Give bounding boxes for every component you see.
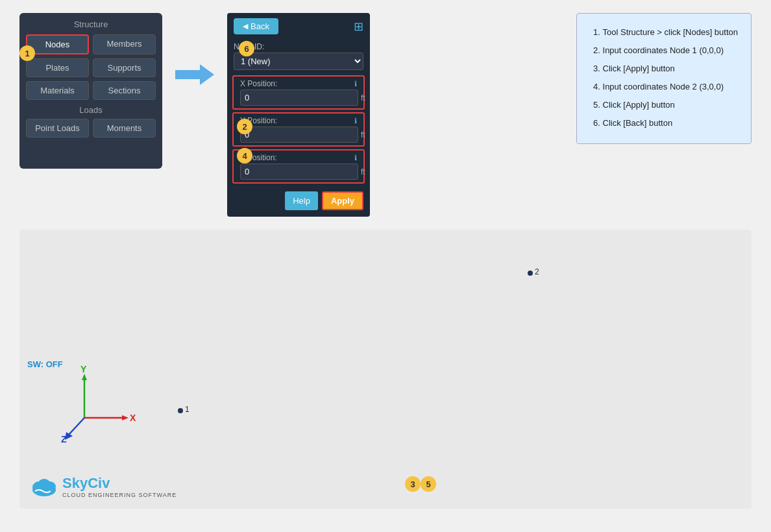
right-arrow xyxy=(175,65,214,84)
node-1-dot xyxy=(178,408,183,413)
svg-point-12 xyxy=(38,479,51,490)
node-id-select[interactable]: 1 (New) xyxy=(234,53,363,70)
z-input-row: ft xyxy=(240,163,357,180)
instruction-item: Input coordinates Node 1 (0,0,0) xyxy=(603,42,738,59)
help-button[interactable]: Help xyxy=(285,191,318,210)
z-position-input[interactable] xyxy=(240,163,358,180)
step-circle-1: 1 xyxy=(19,45,35,61)
node-panel-header: Back ⊞ xyxy=(227,13,370,40)
x-info-icon: ℹ xyxy=(354,80,357,88)
node-panel-footer: Help Apply xyxy=(227,186,370,210)
svg-text:Z: Z xyxy=(61,434,67,444)
skyciv-name-sky: Sky xyxy=(62,475,88,491)
structure-buttons: Nodes Members Plates Supports Materials … xyxy=(26,34,156,100)
svg-text:Y: Y xyxy=(80,366,87,374)
y-position-group: Y Position: ℹ ft xyxy=(232,112,365,147)
skyciv-logo-text: SkyCiv Cloud Engineering Software xyxy=(62,475,177,498)
point-loads-button[interactable]: Point Loads xyxy=(26,119,89,138)
y-position-label: Y Position: ℹ xyxy=(240,116,357,125)
node-2-dot xyxy=(528,271,533,276)
instruction-item: Tool Structure > click [Nodes] button xyxy=(603,24,738,41)
loads-buttons: Point Loads Moments xyxy=(26,119,156,138)
instruction-item: Click [Back] button xyxy=(603,115,738,132)
y-info-icon: ℹ xyxy=(354,117,357,125)
instruction-item: Click [Apply] button xyxy=(603,97,738,114)
x-position-input[interactable] xyxy=(240,90,358,106)
instructions-list: Tool Structure > click [Nodes] button In… xyxy=(590,24,738,132)
skyciv-tagline: Cloud Engineering Software xyxy=(62,492,177,498)
y-unit: ft xyxy=(361,130,365,139)
axes-svg: Y X Z xyxy=(58,366,136,444)
skyciv-cloud-icon xyxy=(30,476,58,498)
back-button[interactable]: Back xyxy=(234,18,278,34)
x-position-label: X Position: ℹ xyxy=(240,79,357,88)
step-circle-5: 5 xyxy=(421,476,436,492)
skyciv-name: SkyCiv xyxy=(62,475,177,492)
step-circle-2: 2 xyxy=(237,119,252,134)
nodes-button[interactable]: Nodes xyxy=(26,34,89,54)
arrow xyxy=(175,13,214,84)
structure-title: Structure xyxy=(26,19,156,29)
svg-text:X: X xyxy=(130,413,136,423)
step-circle-3: 3 xyxy=(405,476,421,492)
supports-button[interactable]: Supports xyxy=(93,58,156,77)
moments-button[interactable]: Moments xyxy=(93,119,156,138)
skyciv-name-civ: Civ xyxy=(88,475,110,491)
viewport: SW: OFF 1 2 Y X Z xyxy=(19,230,752,509)
instruction-item: Click [Apply] button xyxy=(603,60,738,77)
svg-marker-1 xyxy=(82,374,87,380)
plates-button[interactable]: Plates xyxy=(26,58,89,77)
structure-panel: Structure Nodes Members Plates Supports … xyxy=(19,13,162,169)
instruction-item: Input coordinates Node 2 (3,0,0) xyxy=(603,79,738,95)
z-unit: ft xyxy=(361,167,365,176)
loads-title: Loads xyxy=(26,105,156,115)
step-circle-4: 4 xyxy=(237,148,252,163)
sw-off-label: SW: OFF xyxy=(27,359,63,369)
svg-marker-4 xyxy=(122,415,128,420)
y-position-input[interactable] xyxy=(240,127,358,143)
node-1-label: 1 xyxy=(185,405,190,414)
svg-line-6 xyxy=(67,418,84,436)
instructions-box: Tool Structure > click [Nodes] button In… xyxy=(576,13,752,144)
grid-icon: ⊞ xyxy=(354,19,363,34)
materials-button[interactable]: Materials xyxy=(26,81,89,100)
z-position-label: Z Position: ℹ xyxy=(240,153,357,162)
y-input-row: ft xyxy=(240,127,357,143)
x-input-row: ft xyxy=(240,90,357,106)
x-position-group: X Position: ℹ ft xyxy=(232,75,365,110)
x-unit: ft xyxy=(361,93,365,103)
sections-button[interactable]: Sections xyxy=(93,81,156,100)
step-circle-6: 6 xyxy=(239,41,254,56)
members-button[interactable]: Members xyxy=(93,34,156,54)
z-info-icon: ℹ xyxy=(354,154,357,162)
node-2-label: 2 xyxy=(535,267,539,276)
apply-button[interactable]: Apply xyxy=(322,191,363,210)
skyciv-logo: SkyCiv Cloud Engineering Software xyxy=(30,475,177,498)
